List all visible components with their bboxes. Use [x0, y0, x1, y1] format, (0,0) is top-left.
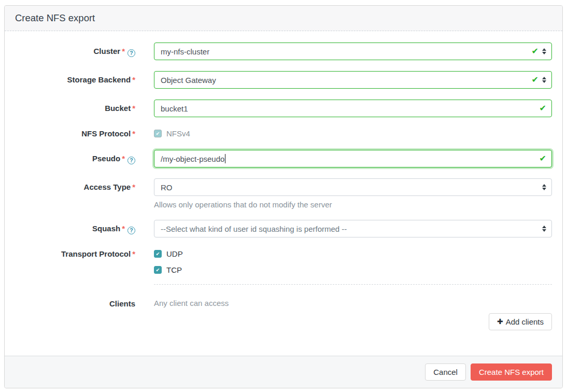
- access-type-label-group: Access Type*: [15, 178, 135, 192]
- cancel-button[interactable]: Cancel: [425, 363, 466, 381]
- bucket-row: Bucket* bucket1 ✔: [15, 100, 552, 117]
- valid-check-icon: ✔: [532, 47, 538, 55]
- modal-header: Create NFS export: [5, 6, 562, 31]
- required-asterisk: *: [122, 47, 125, 55]
- transport-protocol-row: Transport Protocol* ✔ UDP ✔ TCP: [15, 248, 552, 275]
- squash-help-icon[interactable]: ?: [127, 227, 135, 234]
- storage-backend-select-value: Object Gateway: [161, 76, 216, 85]
- required-asterisk: *: [122, 154, 125, 163]
- clients-label: Clients: [109, 299, 135, 308]
- bucket-label: Bucket: [105, 104, 131, 113]
- cluster-label-group: Cluster*?: [15, 43, 135, 57]
- required-asterisk: *: [122, 224, 125, 233]
- plus-icon: ✚: [497, 317, 503, 327]
- required-asterisk: *: [132, 183, 135, 191]
- storage-backend-label: Storage Backend: [67, 75, 131, 84]
- create-nfs-export-button[interactable]: Create NFS export: [471, 363, 552, 381]
- valid-check-icon: ✔: [540, 155, 546, 163]
- create-nfs-export-modal: Create NFS export Cluster*? my-nfs-clust…: [4, 5, 563, 388]
- nfs-protocol-label: NFS Protocol: [81, 129, 131, 138]
- clients-status-text: Any client can access: [154, 298, 552, 309]
- pseudo-input-value: /my-object-pseudo: [161, 155, 224, 163]
- modal-footer: Cancel Create NFS export: [5, 356, 562, 388]
- required-asterisk: *: [132, 129, 135, 138]
- access-type-row: Access Type* RO Allows only operations t…: [15, 178, 552, 209]
- nfs-export-form: Cluster*? my-nfs-cluster ✔ Storage Backe…: [5, 31, 562, 356]
- udp-checkbox[interactable]: ✔: [154, 250, 162, 258]
- text-cursor: [225, 154, 225, 163]
- required-asterisk: *: [132, 75, 135, 84]
- nfs-protocol-row: NFS Protocol* ✔ NFSv4: [15, 128, 552, 139]
- select-caret-icon: [542, 184, 546, 190]
- clients-row: Clients Any client can access ✚Add clien…: [15, 298, 552, 330]
- nfsv4-checkbox: ✔: [154, 130, 162, 137]
- bucket-input[interactable]: bucket1 ✔: [154, 100, 552, 117]
- bucket-label-group: Bucket*: [15, 100, 135, 114]
- storage-backend-select[interactable]: Object Gateway ✔: [154, 71, 552, 89]
- nfs-protocol-label-group: NFS Protocol*: [15, 128, 135, 139]
- required-asterisk: *: [132, 104, 135, 113]
- pseudo-label: Pseudo: [92, 154, 120, 163]
- select-caret-icon: [542, 48, 546, 54]
- squash-row: Squash*? --Select what kind of user id s…: [15, 220, 552, 237]
- valid-check-icon: ✔: [540, 104, 546, 113]
- cluster-select[interactable]: my-nfs-cluster ✔: [154, 43, 552, 60]
- section-divider: [154, 284, 552, 285]
- transport-protocol-label: Transport Protocol: [61, 249, 131, 258]
- access-type-label: Access Type: [84, 183, 131, 191]
- udp-checkbox-label[interactable]: UDP: [166, 248, 183, 259]
- page-title: Create NFS export: [15, 12, 552, 24]
- squash-label: Squash: [92, 224, 120, 233]
- pseudo-help-icon[interactable]: ?: [127, 157, 135, 164]
- clients-label-group: Clients: [15, 298, 135, 309]
- storage-backend-label-group: Storage Backend*: [15, 71, 135, 85]
- squash-select[interactable]: --Select what kind of user id squashing …: [154, 220, 552, 237]
- bucket-input-value: bucket1: [161, 104, 188, 113]
- pseudo-input[interactable]: /my-object-pseudo ✔: [154, 150, 552, 167]
- valid-check-icon: ✔: [532, 76, 538, 84]
- cluster-label: Cluster: [93, 47, 120, 55]
- pseudo-label-group: Pseudo*?: [15, 150, 135, 164]
- cluster-help-icon[interactable]: ?: [127, 49, 135, 57]
- select-caret-icon: [542, 77, 546, 83]
- access-type-helper-text: Allows only operations that do not modif…: [154, 200, 552, 209]
- cluster-row: Cluster*? my-nfs-cluster ✔: [15, 43, 552, 60]
- required-asterisk: *: [132, 249, 135, 258]
- cluster-select-value: my-nfs-cluster: [161, 47, 209, 56]
- transport-protocol-label-group: Transport Protocol*: [15, 248, 135, 259]
- select-caret-icon: [542, 226, 546, 232]
- tcp-checkbox-label[interactable]: TCP: [166, 264, 182, 275]
- access-type-select-value: RO: [161, 183, 173, 192]
- add-clients-button[interactable]: ✚Add clients: [489, 313, 552, 330]
- access-type-select[interactable]: RO: [154, 178, 552, 196]
- storage-backend-row: Storage Backend* Object Gateway ✔: [15, 71, 552, 89]
- squash-select-placeholder: --Select what kind of user id squashing …: [161, 225, 347, 233]
- nfsv4-checkbox-label: NFSv4: [166, 128, 190, 139]
- add-clients-button-label: Add clients: [506, 317, 544, 327]
- squash-label-group: Squash*?: [15, 220, 135, 234]
- pseudo-row: Pseudo*? /my-object-pseudo ✔: [15, 150, 552, 167]
- tcp-checkbox[interactable]: ✔: [154, 266, 162, 274]
